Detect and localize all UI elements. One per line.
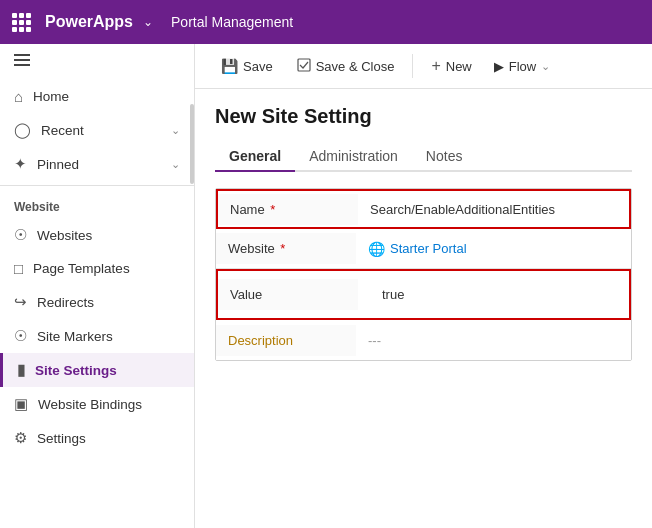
settings-icon: ⚙	[14, 429, 27, 447]
sidebar-item-settings[interactable]: ⚙ Settings	[0, 421, 194, 455]
svg-rect-0	[298, 59, 310, 71]
topbar: PowerApps ⌄ Portal Management	[0, 0, 652, 44]
form-section: Name * Search/EnableAdditionalEntities W…	[215, 188, 632, 361]
tab-notes[interactable]: Notes	[412, 142, 477, 172]
pinned-chevron-icon: ⌄	[171, 158, 180, 171]
sidebar-item-settings-label: Settings	[37, 431, 86, 446]
sidebar-divider	[0, 185, 194, 186]
website-bindings-icon: ▣	[14, 395, 28, 413]
flow-chevron-icon: ⌄	[541, 60, 550, 73]
description-value: ---	[356, 325, 631, 356]
sidebar-item-site-markers-label: Site Markers	[37, 329, 113, 344]
sidebar-scrollbar[interactable]	[190, 104, 194, 184]
portal-name: Portal Management	[171, 14, 293, 30]
pinned-icon: ✦	[14, 155, 27, 173]
value-input[interactable]	[370, 279, 450, 310]
sidebar-nav: ⌂ Home ◯ Recent ⌄ ✦ Pinned ⌄ Website ☉ W…	[0, 76, 194, 459]
toolbar-separator	[412, 54, 413, 78]
sidebar-item-home-label: Home	[33, 89, 69, 104]
waffle-menu[interactable]	[12, 13, 31, 32]
sidebar-item-redirects[interactable]: ↪ Redirects	[0, 285, 194, 319]
redirects-icon: ↪	[14, 293, 27, 311]
website-section-label: Website	[0, 190, 194, 218]
sidebar: ⌂ Home ◯ Recent ⌄ ✦ Pinned ⌄ Website ☉ W…	[0, 44, 195, 528]
main-layout: ⌂ Home ◯ Recent ⌄ ✦ Pinned ⌄ Website ☉ W…	[0, 44, 652, 528]
new-plus-icon: +	[431, 57, 440, 75]
sidebar-item-recent-label: Recent	[41, 123, 84, 138]
sidebar-item-pinned[interactable]: ✦ Pinned ⌄	[0, 147, 194, 181]
home-icon: ⌂	[14, 88, 23, 105]
hamburger-icon	[14, 54, 30, 66]
sidebar-item-websites-label: Websites	[37, 228, 92, 243]
flow-button[interactable]: ▶ Flow ⌄	[486, 54, 558, 79]
save-close-icon	[297, 58, 311, 75]
recent-chevron-icon: ⌄	[171, 124, 180, 137]
page-templates-icon: □	[14, 260, 23, 277]
sidebar-item-redirects-label: Redirects	[37, 295, 94, 310]
website-field-row: Website * 🌐 Starter Portal	[216, 229, 631, 269]
name-value: Search/EnableAdditionalEntities	[358, 194, 629, 225]
save-icon: 💾	[221, 58, 238, 74]
sidebar-item-site-settings[interactable]: ▮ Site Settings	[0, 353, 194, 387]
site-markers-icon: ☉	[14, 327, 27, 345]
name-required: *	[267, 202, 276, 217]
toolbar: 💾 Save Save & Close + New ▶ Flow	[195, 44, 652, 89]
sidebar-item-page-templates[interactable]: □ Page Templates	[0, 252, 194, 285]
save-close-button[interactable]: Save & Close	[287, 53, 405, 80]
sidebar-item-website-bindings[interactable]: ▣ Website Bindings	[0, 387, 194, 421]
app-chevron[interactable]: ⌄	[143, 15, 153, 29]
tab-administration[interactable]: Administration	[295, 142, 412, 172]
app-name: PowerApps	[45, 13, 133, 31]
sidebar-toggle[interactable]	[0, 44, 194, 76]
sidebar-item-page-templates-label: Page Templates	[33, 261, 130, 276]
globe-icon: 🌐	[368, 241, 385, 257]
websites-icon: ☉	[14, 226, 27, 244]
site-settings-icon: ▮	[17, 361, 25, 379]
value-value[interactable]	[358, 271, 629, 318]
value-label: Value	[218, 279, 358, 310]
value-field-row: Value	[216, 269, 631, 320]
website-value[interactable]: 🌐 Starter Portal	[356, 233, 631, 265]
sidebar-item-website-bindings-label: Website Bindings	[38, 397, 142, 412]
sidebar-item-site-settings-label: Site Settings	[35, 363, 117, 378]
description-label: Description	[216, 325, 356, 356]
tab-general[interactable]: General	[215, 142, 295, 172]
sidebar-item-recent[interactable]: ◯ Recent ⌄	[0, 113, 194, 147]
recent-icon: ◯	[14, 121, 31, 139]
save-button[interactable]: 💾 Save	[211, 53, 283, 79]
website-label: Website *	[216, 233, 356, 264]
new-button[interactable]: + New	[421, 52, 481, 80]
flow-icon: ▶	[494, 59, 504, 74]
tabs: General Administration Notes	[215, 142, 632, 172]
website-required: *	[277, 241, 286, 256]
content-area: 💾 Save Save & Close + New ▶ Flow	[195, 44, 652, 528]
description-field-row: Description ---	[216, 320, 631, 360]
sidebar-item-websites[interactable]: ☉ Websites	[0, 218, 194, 252]
sidebar-item-site-markers[interactable]: ☉ Site Markers	[0, 319, 194, 353]
page-title: New Site Setting	[215, 105, 632, 128]
name-label: Name *	[218, 194, 358, 225]
name-field-row: Name * Search/EnableAdditionalEntities	[216, 189, 631, 229]
form-area: New Site Setting General Administration …	[195, 89, 652, 528]
sidebar-item-pinned-label: Pinned	[37, 157, 79, 172]
sidebar-item-home[interactable]: ⌂ Home	[0, 80, 194, 113]
